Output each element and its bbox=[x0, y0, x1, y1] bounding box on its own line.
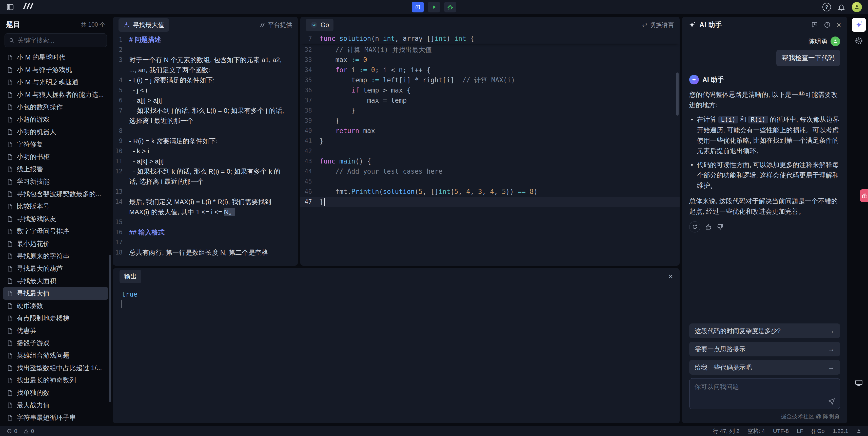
list-item[interactable]: 寻找最大面积 bbox=[3, 275, 108, 287]
code-text: // Add your test cases here bbox=[319, 166, 442, 176]
output-tab[interactable]: 输出 bbox=[120, 270, 141, 283]
list-item[interactable]: 字符串最短循环子串 bbox=[3, 411, 108, 424]
code-line[interactable]: 36 if temp > max { bbox=[300, 85, 680, 95]
ai-input-box[interactable] bbox=[689, 378, 840, 409]
list-item-label: 小超的游戏 bbox=[17, 115, 50, 124]
list-item[interactable]: 小 M 与狼人拯救者的能力选... bbox=[3, 88, 108, 101]
list-item[interactable]: 小明的机器人 bbox=[3, 126, 108, 138]
list-item[interactable]: 小明的书柜 bbox=[3, 151, 108, 163]
list-item[interactable]: 比较版本号 bbox=[3, 200, 108, 213]
code-line[interactable]: 38 } bbox=[300, 106, 680, 116]
code-line[interactable]: 41} bbox=[300, 136, 680, 146]
encoding-setting[interactable]: UTF-8 bbox=[773, 428, 789, 434]
list-item[interactable]: 找单独的数 bbox=[3, 386, 108, 399]
list-item[interactable]: 摇骰子游戏 bbox=[3, 337, 108, 349]
list-item[interactable]: 英雄组合游戏问题 bbox=[3, 349, 108, 362]
new-chat-button[interactable] bbox=[811, 21, 818, 28]
code-line[interactable]: 44 // Add your test cases here bbox=[300, 166, 680, 176]
list-item[interactable]: 寻找最大的葫芦 bbox=[3, 262, 108, 275]
search-box[interactable] bbox=[5, 33, 107, 47]
list-item[interactable]: 找出整型数组中占比超过 1/... bbox=[3, 362, 108, 374]
code-line[interactable]: 45 bbox=[300, 176, 680, 186]
error-count[interactable]: 0 bbox=[7, 428, 17, 434]
editor-scrollbar[interactable] bbox=[676, 72, 679, 116]
language-mode[interactable]: {} Go bbox=[811, 428, 825, 434]
list-item[interactable]: 寻找最大值 bbox=[3, 287, 108, 300]
device-rail-button[interactable] bbox=[855, 378, 863, 388]
settings-rail-button[interactable] bbox=[855, 36, 863, 46]
code-line[interactable]: 32 // 计算 MAX(i) 并找出最大值 bbox=[300, 45, 680, 55]
right-rail bbox=[850, 17, 868, 426]
send-button[interactable] bbox=[828, 398, 835, 406]
suggestion-button[interactable]: 这段代码的时间复杂度是多少?→ bbox=[689, 323, 840, 338]
run-button[interactable] bbox=[428, 2, 440, 12]
list-item[interactable]: 寻找原来的字符串 bbox=[3, 250, 108, 262]
code-line[interactable]: 7func solution(n int, array []int) int { bbox=[300, 33, 680, 43]
list-item[interactable]: 有点限制地走楼梯 bbox=[3, 312, 108, 324]
promo-badge[interactable] bbox=[860, 189, 868, 202]
line-number: 4 bbox=[113, 75, 129, 85]
indentation-setting[interactable]: 空格: 4 bbox=[747, 427, 765, 435]
sidebar-toggle-button[interactable] bbox=[6, 3, 14, 11]
search-input[interactable] bbox=[18, 37, 102, 44]
problem-line-text bbox=[129, 217, 298, 227]
ai-assistant-rail-button[interactable] bbox=[852, 18, 866, 32]
suggestion-button[interactable]: 给我一些代码提示吧→ bbox=[689, 360, 840, 375]
list-item[interactable]: 数字字母问号排序 bbox=[3, 225, 108, 237]
regenerate-button[interactable] bbox=[689, 221, 701, 232]
code-line[interactable]: 35 temp := left[i] * right[i] // 计算 MAX(… bbox=[300, 75, 680, 85]
test-button[interactable] bbox=[444, 2, 456, 12]
arrow-right-icon: → bbox=[828, 345, 835, 353]
list-item[interactable]: 小超的游戏 bbox=[3, 113, 108, 126]
list-item[interactable]: 小 M 的星球时代 bbox=[3, 51, 108, 64]
output-close-button[interactable]: × bbox=[668, 272, 673, 280]
switch-language-button[interactable]: ⇄ 切换语言 bbox=[642, 21, 674, 29]
code-line[interactable]: 34 for i := 0; i < n; i++ { bbox=[300, 65, 680, 75]
list-item[interactable]: 优惠券 bbox=[3, 324, 108, 337]
ai-close-button[interactable]: × bbox=[836, 20, 841, 30]
code-line[interactable]: 33 max := 0 bbox=[300, 55, 680, 65]
list-item[interactable]: 寻找包含斐波那契数最多的... bbox=[3, 188, 108, 200]
code-line[interactable]: 39 } bbox=[300, 116, 680, 126]
warning-count[interactable]: 0 bbox=[23, 428, 34, 434]
list-item[interactable]: 小包的数列操作 bbox=[3, 101, 108, 113]
runtime-version[interactable]: 1.22.1 bbox=[833, 428, 848, 434]
eol-setting[interactable]: LF bbox=[797, 428, 803, 434]
list-item[interactable]: 线上报警 bbox=[3, 163, 108, 175]
code-line[interactable]: 37 max = temp bbox=[300, 95, 680, 106]
notifications-button[interactable] bbox=[838, 3, 845, 11]
thumbs-up-button[interactable] bbox=[705, 223, 712, 230]
list-item[interactable]: 最小趋花价 bbox=[3, 237, 108, 250]
list-item[interactable]: 硬币凑数 bbox=[3, 300, 108, 312]
code-text: } bbox=[319, 116, 339, 126]
document-icon bbox=[7, 377, 13, 384]
editor-body[interactable]: 7func solution(n int, array []int) int {… bbox=[300, 33, 680, 266]
debug-run-button[interactable] bbox=[412, 2, 424, 12]
feedback-button[interactable] bbox=[856, 429, 861, 434]
list-item[interactable]: 最大战力值 bbox=[3, 399, 108, 411]
problem-tab[interactable]: 寻找最大值 bbox=[119, 18, 169, 32]
list-item[interactable]: 小 M 与光明之魂速通 bbox=[3, 76, 108, 88]
list-item[interactable]: 小 M 与弹子游戏机 bbox=[3, 64, 108, 76]
suggestion-button[interactable]: 需要一点思路提示→ bbox=[689, 342, 840, 356]
help-button[interactable]: ? bbox=[823, 3, 831, 11]
history-button[interactable] bbox=[824, 21, 831, 28]
user-avatar[interactable] bbox=[852, 2, 862, 12]
statusbar: 0 0 行 47, 列 2 空格: 4 UTF-8 LF {} Go 1.22.… bbox=[0, 426, 868, 436]
editor-language-tab[interactable]: GO Go bbox=[306, 19, 334, 31]
code-line[interactable]: 46 fmt.Println(solution(5, []int{5, 4, 3… bbox=[300, 186, 680, 197]
ai-question-input[interactable] bbox=[694, 382, 824, 398]
code-line[interactable]: 43func main() { bbox=[300, 156, 680, 166]
list-item[interactable]: 学习新技能 bbox=[3, 175, 108, 188]
list-item[interactable]: 寻找游戏队友 bbox=[3, 213, 108, 225]
list-item[interactable]: 字符修复 bbox=[3, 138, 108, 151]
code-line[interactable]: 42 bbox=[300, 146, 680, 156]
thumbs-down-button[interactable] bbox=[717, 223, 724, 230]
code-line[interactable]: 40 return max bbox=[300, 126, 680, 136]
problem-line: 11 - a[k] > a[i] bbox=[113, 156, 298, 166]
sidebar-scrollbar[interactable] bbox=[109, 255, 111, 402]
list-item[interactable]: 找出最长的神奇数列 bbox=[3, 374, 108, 386]
code-line[interactable]: 47} bbox=[300, 197, 680, 207]
cursor-position[interactable]: 行 47, 列 2 bbox=[713, 427, 739, 435]
ai-summary-text: 总体来说, 这段代码对于解决当前问题是一个不错的起点, 经过一些优化和改进会更加… bbox=[689, 196, 840, 217]
